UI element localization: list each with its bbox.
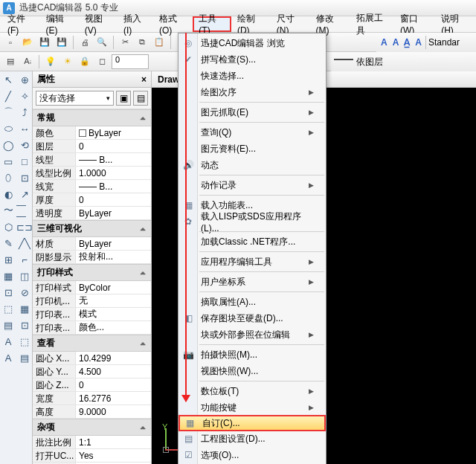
draw-tool-icon[interactable]: ✎ <box>0 235 16 251</box>
prop-value[interactable]: 0 <box>76 193 151 206</box>
prop-group-header[interactable]: 三维可视化⏶ <box>33 220 151 237</box>
draw-tool-icon[interactable]: 〜 <box>0 202 16 219</box>
prop-row[interactable]: 批注比例1:1 <box>33 436 151 449</box>
modify-tool-icon[interactable]: ▤ <box>16 349 33 366</box>
menu-item[interactable]: 摘取属性(A)... <box>178 294 326 310</box>
modify-tool-icon[interactable]: ✧ <box>16 88 33 104</box>
bulb-on-icon[interactable]: 💡 <box>43 54 58 69</box>
menu-item[interactable]: 📷拍摄快照(M)... <box>178 347 326 363</box>
save-icon[interactable]: 💾 <box>37 35 52 50</box>
menu-item[interactable]: ◧保存图块至硬盘(D)... <box>178 310 326 326</box>
prop-value[interactable]: 颜色... <box>76 321 151 334</box>
prop-row[interactable]: 厚度0 <box>33 193 151 207</box>
menu-7[interactable]: 尺寸(N) <box>271 16 310 32</box>
modify-tool-icon[interactable]: — — <box>16 202 33 219</box>
menu-10[interactable]: 窗口(W) <box>394 16 435 32</box>
menu-item[interactable]: 功能按键▶ <box>178 399 326 416</box>
prop-row[interactable]: 打印表...颜色... <box>33 321 151 335</box>
layer-icon[interactable]: ▤ <box>3 54 18 69</box>
menu-item[interactable]: 🔊动态 <box>178 157 326 173</box>
modify-tool-icon[interactable]: ⊏⊐ <box>16 219 33 235</box>
menu-item[interactable]: 绘图次序▶ <box>178 84 326 100</box>
menu-item[interactable]: 快速选择... <box>178 68 326 84</box>
linetype-select[interactable]: 依图层 <box>356 56 473 68</box>
tools-menu-dropdown[interactable]: ◎迅捷CAD编辑器 浏览✔拼写检查(S)...快速选择...绘图次序▶图元抓取(… <box>178 33 327 464</box>
menu-item[interactable]: 视图快照(W)... <box>178 363 326 379</box>
prop-row[interactable]: 打开UC...Yes <box>33 449 151 463</box>
prop-value[interactable]: 1:1 <box>76 436 151 448</box>
prop-row[interactable]: 颜色ByLayer <box>33 126 151 140</box>
menu-item[interactable]: ◎迅捷CAD编辑器 浏览 <box>178 35 326 51</box>
prop-row[interactable]: 线型—— B... <box>33 153 151 167</box>
prop-value[interactable]: 0 <box>76 378 151 391</box>
modify-tool-icon[interactable]: ◫ <box>16 268 33 284</box>
menu-item[interactable]: 图元抓取(E)▶ <box>178 104 326 120</box>
modify-tool-icon[interactable]: ⊕ <box>16 71 33 88</box>
prop-value[interactable]: —— B... <box>76 153 151 166</box>
text-style-a-icon[interactable]: A̲ <box>402 37 411 48</box>
prop-row[interactable]: 宽度16.2776 <box>33 392 151 405</box>
prop-value[interactable]: ByLayer <box>76 126 151 139</box>
prop-value[interactable]: ByColor <box>76 281 151 294</box>
text-style-a-icon[interactable]: A <box>391 37 401 48</box>
modify-tool-icon[interactable]: ⊡ <box>16 170 33 186</box>
menu-item[interactable]: 动作记录▶ <box>178 177 326 193</box>
menu-9[interactable]: 拓展工具 <box>350 16 394 32</box>
draw-tool-icon[interactable]: A <box>0 333 16 349</box>
prop-value[interactable]: ByLayer <box>76 207 151 219</box>
draw-tool-icon[interactable]: ⬯ <box>0 170 16 186</box>
close-icon[interactable]: × <box>141 74 147 85</box>
paste-icon[interactable]: 📋 <box>152 35 167 50</box>
draw-tool-icon[interactable]: ⬭ <box>0 120 16 137</box>
menu-item[interactable]: 数位板(T)▶ <box>178 383 326 399</box>
prop-group-header[interactable]: 杂项⏶ <box>33 419 151 436</box>
prop-value[interactable]: 1.0000 <box>76 167 151 179</box>
draw-tool-icon[interactable]: ⌒ <box>0 104 16 120</box>
color-icon[interactable]: ◻ <box>94 54 109 69</box>
menu-4[interactable]: 格式(O) <box>153 16 193 32</box>
menu-item[interactable]: ✔拼写检查(S)... <box>178 51 326 68</box>
prop-row[interactable]: 圆心 Z...0 <box>33 378 151 392</box>
menu-3[interactable]: 插入(I) <box>118 16 153 32</box>
draw-tool-icon[interactable]: ▦ <box>0 268 16 284</box>
menu-item[interactable]: 应用程序编辑工具▶ <box>178 254 326 270</box>
menu-item[interactable]: ▦自订(C)... <box>178 415 326 431</box>
modify-tool-icon[interactable]: ⌐ <box>16 251 33 268</box>
draw-tool-icon[interactable]: ╱ <box>0 88 16 104</box>
prop-row[interactable]: 打印机...无 <box>33 294 151 308</box>
prop-row[interactable]: 高度9.0000 <box>33 405 151 419</box>
draw-tool-icon[interactable]: ◐ <box>0 186 16 202</box>
style-icon[interactable]: Aᵢ <box>20 54 35 69</box>
prop-value[interactable]: 投射和... <box>76 251 151 263</box>
prop-value[interactable]: Yes <box>76 449 151 462</box>
menu-8[interactable]: 修改(M) <box>310 16 350 32</box>
draw-tool-icon[interactable]: A <box>0 349 16 366</box>
prop-group-header[interactable]: 常规⏶ <box>33 109 151 126</box>
menu-6[interactable]: 绘制(D) <box>231 16 271 32</box>
modify-tool-icon[interactable]: ↔ <box>16 120 33 137</box>
copy-icon[interactable]: ⧉ <box>135 35 149 50</box>
draw-tool-icon[interactable]: ▭ <box>0 153 16 170</box>
prop-row[interactable]: 材质ByLayer <box>33 237 151 251</box>
draw-tool-icon[interactable]: ↖ <box>0 71 16 88</box>
prop-group-header[interactable]: 查看⏶ <box>33 335 151 352</box>
prop-value[interactable]: 模式 <box>76 308 151 320</box>
print-icon[interactable]: 🖨 <box>77 35 92 50</box>
draw-tool-icon[interactable]: ⊞ <box>0 251 16 268</box>
prop-row[interactable]: 圆心 X...10.4299 <box>33 352 151 365</box>
modify-tool-icon[interactable]: ⬚ <box>16 333 33 349</box>
draw-tool-icon[interactable]: ▤ <box>0 317 16 333</box>
draw-tool-icon[interactable]: ⊡ <box>0 284 16 300</box>
prop-row[interactable]: 打印表...模式 <box>33 308 151 321</box>
prop-row[interactable]: 线宽—— B... <box>33 180 151 193</box>
prop-row[interactable]: 图层0 <box>33 140 151 153</box>
modify-tool-icon[interactable]: ⊡ <box>16 317 33 333</box>
menu-item[interactable]: 查询(Q)▶ <box>178 124 326 141</box>
draw-tool-icon[interactable]: ⬡ <box>0 219 16 235</box>
menu-item[interactable]: ▤工程图设置(D)... <box>178 431 326 447</box>
prop-value[interactable]: 无 <box>76 294 151 307</box>
cut-icon[interactable]: ✂ <box>118 35 132 50</box>
preview-icon[interactable]: 🔍 <box>94 35 109 50</box>
prop-group-header[interactable]: 打印样式⏶ <box>33 264 151 281</box>
prop-value[interactable]: 0 <box>76 140 151 152</box>
